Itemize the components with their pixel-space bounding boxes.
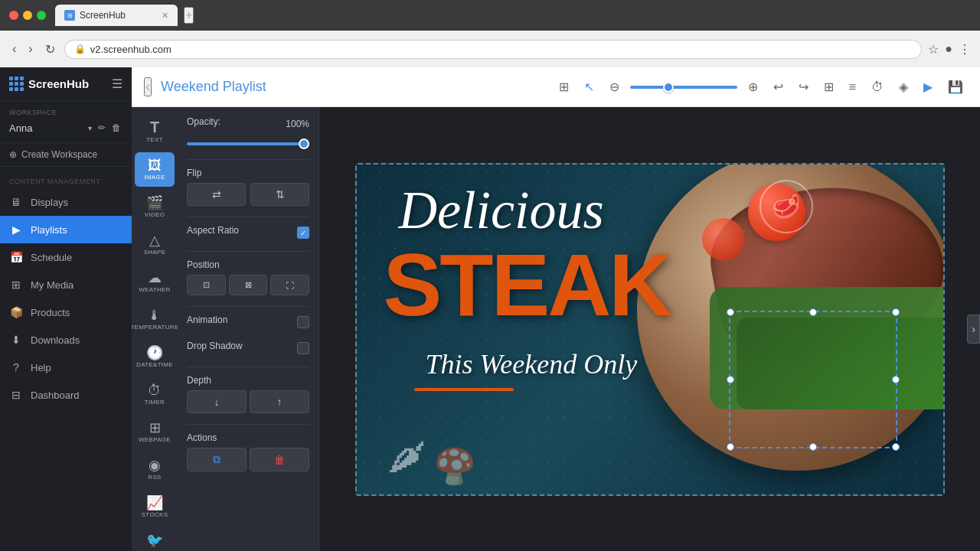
window-close-button[interactable]: [9, 11, 18, 20]
create-workspace-button[interactable]: ⊕ Create Workspace: [0, 143, 132, 167]
browser-tabs: ScreenHub ✕ +: [55, 5, 971, 26]
tool-text[interactable]: T TEXT: [135, 113, 175, 149]
actions-group: Actions ⧉ 🗑: [187, 432, 309, 471]
sidebar-item-playlists[interactable]: ▶ Playlists: [0, 216, 132, 243]
nav-forward-button[interactable]: ›: [25, 39, 35, 59]
fill-button[interactable]: ◈: [894, 77, 913, 97]
sidebar-item-label-help: Help: [31, 362, 51, 373]
workspace-actions: ✏ 🗑: [96, 121, 122, 135]
tool-image[interactable]: 🖼 IMAGE: [135, 152, 175, 187]
cherry-tomato: [702, 218, 744, 260]
zoom-slider-container: [630, 86, 737, 89]
collapse-panel-button[interactable]: ›: [967, 315, 980, 344]
position-label: Position: [187, 259, 309, 270]
zoom-slider-input[interactable]: [630, 86, 737, 89]
mushroom-icon: 🍄: [433, 446, 476, 487]
tool-webpage[interactable]: ⊞ WEBPAGE: [135, 415, 175, 449]
opacity-group: Opacity: 100%: [187, 116, 309, 148]
drop-shadow-checkbox[interactable]: [297, 342, 309, 354]
save-button[interactable]: 💾: [943, 77, 968, 97]
webpage-tool-icon: ⊞: [149, 421, 161, 435]
position-tl-button[interactable]: ⊡: [187, 275, 226, 295]
profile-icon[interactable]: ●: [945, 42, 952, 56]
position-center-button[interactable]: ⊠: [229, 275, 268, 295]
tool-timer[interactable]: ⏱ TIMER: [135, 377, 175, 412]
zoom-in-button[interactable]: ⊕: [743, 77, 763, 97]
tool-temperature[interactable]: 🌡 TEMPERATURE: [135, 302, 175, 337]
webpage-tool-label: WEBPAGE: [139, 436, 171, 443]
text-tool-icon: T: [150, 119, 159, 135]
beef-cut-icon: 🥩: [760, 180, 813, 233]
undo-button[interactable]: ↩: [769, 77, 788, 97]
grid-view-button[interactable]: ⊞: [554, 77, 573, 97]
window-minimize-button[interactable]: [23, 11, 32, 20]
sidebar-item-downloads[interactable]: ⬇ Downloads: [0, 326, 132, 354]
tab-favicon: [64, 10, 75, 21]
tool-shape[interactable]: △ SHAPE: [135, 227, 175, 262]
bookmark-icon[interactable]: ☆: [928, 42, 939, 57]
workspace-edit-button[interactable]: ✏: [96, 121, 107, 135]
flip-horizontal-button[interactable]: ⇄: [187, 183, 246, 206]
workspace-label: WORKSPACE: [9, 109, 122, 116]
layout-grid-button[interactable]: ⊞: [819, 77, 838, 97]
workspace-section: WORKSPACE Anna ▾ ✏ 🗑: [0, 101, 132, 143]
tool-video[interactable]: 🎬 VIDEO: [135, 190, 175, 224]
flip-group: Flip ⇄ ⇅: [187, 168, 309, 206]
opacity-value: 100%: [286, 119, 309, 129]
rss-tool-label: RSS: [148, 474, 161, 481]
depth-buttons: ↓ ↑: [187, 390, 309, 413]
animation-checkbox[interactable]: [297, 316, 309, 328]
depth-group: Depth ↓ ↑: [187, 375, 309, 413]
address-bar[interactable]: 🔒 v2.screenhub.com: [64, 40, 923, 59]
flip-vertical-button[interactable]: ⇅: [250, 183, 309, 206]
datetime-tool-label: DATE&TIME: [136, 361, 173, 368]
play-button[interactable]: ▶: [919, 77, 937, 97]
action-delete-button[interactable]: 🗑: [250, 448, 309, 471]
sidebar-item-displays[interactable]: 🖥 Displays: [0, 188, 132, 216]
sidebar-item-my-media[interactable]: ⊞ My Media: [0, 271, 132, 298]
tool-rss[interactable]: ◉ RSS: [135, 452, 175, 487]
help-icon: ?: [9, 360, 23, 374]
position-fullscreen-button[interactable]: ⛶: [270, 275, 309, 295]
browser-chrome: ScreenHub ✕ + ‹ › ↻ 🔒 v2.screenhub.com ☆…: [0, 0, 980, 67]
garnish-greens2: [737, 318, 945, 409]
temperature-tool-icon: 🌡: [148, 308, 162, 322]
workspace-delete-button[interactable]: 🗑: [110, 121, 122, 135]
action-copy-button[interactable]: ⧉: [187, 448, 247, 471]
content-area: T TEXT 🖼 IMAGE 🎬 VIDEO △ SHAPE ☁ WEA: [132, 107, 980, 551]
menu-icon[interactable]: ⋮: [959, 42, 971, 57]
depth-down-button[interactable]: ↓: [187, 390, 247, 413]
flip-v-icon: ⇅: [276, 188, 285, 201]
nav-back-button[interactable]: ‹: [9, 39, 19, 59]
cursor-tool-button[interactable]: ↖: [580, 77, 599, 97]
sidebar-item-dashboard[interactable]: ⊟ Dashboard: [0, 381, 132, 409]
temperature-tool-label: TEMPERATURE: [132, 324, 178, 331]
sidebar-item-schedule[interactable]: 📅 Schedule: [0, 243, 132, 271]
sidebar-item-products[interactable]: 📦 Products: [0, 298, 132, 326]
opacity-slider-input[interactable]: [187, 142, 309, 145]
tool-weather[interactable]: ☁ WEATHER: [135, 265, 175, 299]
animation-row: Animation: [187, 315, 309, 330]
window-maximize-button[interactable]: [37, 11, 46, 20]
opacity-label: Opacity:: [187, 116, 220, 127]
layout-list-button[interactable]: ≡: [844, 77, 861, 97]
nav-refresh-button[interactable]: ↻: [42, 39, 58, 60]
sidebar-item-help[interactable]: ? Help: [0, 354, 132, 381]
main-area: ‹ Weekend Playlist ⊞ ↖ ⊖ ⊕ ↩ ↪ ⊞ ≡ ⏱ ◈ ▶…: [132, 67, 980, 551]
steak-canvas[interactable]: Delicious STEAK This Weekend Only 🌶 🍄 🥩: [355, 163, 945, 496]
tool-stocks[interactable]: 📈 STOCKS: [135, 490, 175, 524]
content-section-label: CONTENT MANAGEMENT: [0, 171, 132, 188]
redo-button[interactable]: ↪: [794, 77, 813, 97]
depth-up-button[interactable]: ↑: [250, 390, 309, 413]
aspect-ratio-checkbox[interactable]: ✓: [297, 227, 309, 239]
sidebar-toggle-button[interactable]: ☰: [112, 77, 122, 91]
zoom-out-button[interactable]: ⊖: [605, 77, 624, 97]
tab-close-button[interactable]: ✕: [162, 11, 168, 21]
active-tab[interactable]: ScreenHub ✕: [55, 5, 178, 26]
sidebar-item-label-my-media: My Media: [31, 279, 74, 291]
new-tab-button[interactable]: +: [184, 7, 194, 24]
back-button[interactable]: ‹: [144, 77, 152, 96]
tool-datetime[interactable]: 🕐 DATE&TIME: [135, 340, 175, 374]
tool-twitter[interactable]: 🐦: [135, 527, 175, 551]
timer-button[interactable]: ⏱: [867, 77, 888, 97]
